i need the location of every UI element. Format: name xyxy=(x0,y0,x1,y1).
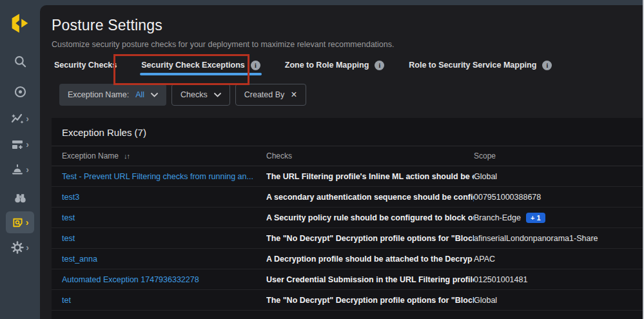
chevron-right-icon: › xyxy=(26,243,29,252)
scope-cell: 012501001481 xyxy=(474,275,643,284)
tab-zone-to-role-mapping[interactable]: Zone to Role Mapping i xyxy=(282,53,387,77)
brand-logo-icon xyxy=(8,12,32,35)
table-row: test_anna A Decryption profile should be… xyxy=(52,249,643,269)
filter-label: Created By xyxy=(244,90,285,99)
app-window: › › › xyxy=(0,0,644,319)
table-row: Test - Prevent URL Filtering checks from… xyxy=(52,166,643,187)
sidebar-nav: › › › xyxy=(0,0,40,319)
exception-name-link[interactable]: test3 xyxy=(62,193,266,202)
exception-name-link[interactable]: test_anna xyxy=(62,255,266,264)
target-icon xyxy=(14,85,27,99)
chevron-right-icon: › xyxy=(26,165,29,174)
siren-icon xyxy=(11,163,24,176)
column-header-scope: Scope xyxy=(474,151,643,160)
column-header-exception-name[interactable]: Exception Name ↓↑ xyxy=(62,151,266,160)
sidebar-item-settings[interactable]: › xyxy=(0,241,40,254)
scope-cell: Global xyxy=(474,296,643,305)
clear-filter-icon[interactable]: × xyxy=(291,90,297,100)
table-header-row: Exception Name ↓↑ Checks Scope xyxy=(52,146,643,166)
info-icon[interactable]: i xyxy=(542,61,552,70)
table-title: Exception Rules (7) xyxy=(52,118,643,146)
brand-logo[interactable] xyxy=(0,12,40,35)
scope-cell: afinserialLondonpanorama1-Share xyxy=(474,234,643,243)
exception-name-link[interactable]: tet xyxy=(62,296,266,305)
filter-bar: Exception Name: All Checks Created By × xyxy=(59,84,643,106)
filter-label: Checks xyxy=(181,90,208,99)
chevron-right-icon: › xyxy=(26,140,29,149)
board-add-icon xyxy=(11,138,24,151)
gear-icon xyxy=(11,241,24,254)
sidebar-item-workflows[interactable]: › xyxy=(0,138,40,151)
exception-name-link[interactable]: Test - Prevent URL Filtering checks from… xyxy=(62,172,266,181)
check-text: The "No Decrypt" Decryption profile opti… xyxy=(266,234,474,243)
table-row: Automated Exception 1747936332278 User C… xyxy=(52,269,643,290)
created-by-filter[interactable]: Created By × xyxy=(235,84,306,106)
scope-cell: 007951000388678 xyxy=(474,193,643,202)
page-subtitle: Customize security posture checks for yo… xyxy=(52,40,631,49)
sidebar-item-activity-insights[interactable]: › xyxy=(0,112,40,125)
tab-label: Security Check Exceptions xyxy=(141,61,244,70)
tab-role-to-security-service-mapping[interactable]: Role to Security Service Mapping i xyxy=(406,53,554,77)
main-content: Posture Settings Customize security post… xyxy=(40,5,643,319)
sidebar-item-posture-selected[interactable]: › xyxy=(6,211,34,233)
filter-value: All xyxy=(135,90,144,99)
tab-label: Security Checks xyxy=(54,61,117,70)
scope-cell: Branch-Edge + 1 xyxy=(474,213,643,223)
check-text: The URL Filtering profile's Inline ML ac… xyxy=(266,172,474,181)
sort-icon[interactable]: ↓↑ xyxy=(124,152,130,160)
posture-shield-icon xyxy=(12,217,24,229)
info-icon[interactable]: i xyxy=(375,61,384,70)
table-row: test3 A secondary authentication sequenc… xyxy=(52,187,643,208)
filter-label: Exception Name: xyxy=(68,90,129,99)
chevron-right-icon: › xyxy=(26,114,29,123)
scope-count-badge[interactable]: + 1 xyxy=(526,213,545,223)
check-text: A Security policy rule should be configu… xyxy=(266,213,474,222)
info-icon[interactable]: i xyxy=(251,61,260,70)
chevron-down-icon xyxy=(214,93,221,97)
table-row: test The "No Decrypt" Decryption profile… xyxy=(52,228,643,249)
sidebar-item-search[interactable] xyxy=(0,55,40,68)
exception-name-link[interactable]: Automated Exception 1747936332278 xyxy=(62,275,266,284)
binoculars-icon xyxy=(14,191,27,204)
scope-cell: Global xyxy=(474,172,643,181)
exception-name-link[interactable]: test xyxy=(62,213,266,222)
sidebar-item-command-center[interactable] xyxy=(0,85,40,99)
exception-name-filter[interactable]: Exception Name: All xyxy=(59,84,166,106)
page-header: Posture Settings Customize security post… xyxy=(40,5,643,49)
table-row: tet The "No Decrypt" Decryption profile … xyxy=(52,290,643,311)
page-title: Posture Settings xyxy=(52,17,631,34)
tab-label: Role to Security Service Mapping xyxy=(409,61,536,70)
search-icon xyxy=(14,55,27,68)
exception-name-link[interactable]: test xyxy=(62,234,266,243)
activity-sparkline-icon xyxy=(11,112,24,125)
check-text: The "No Decrypt" Decryption profile opti… xyxy=(266,296,474,305)
chevron-down-icon xyxy=(151,93,158,97)
tab-security-checks[interactable]: Security Checks xyxy=(52,53,119,77)
column-header-checks: Checks xyxy=(266,151,474,160)
tab-security-check-exceptions[interactable]: Security Check Exceptions i xyxy=(139,53,262,77)
check-text: A secondary authentication sequence shou… xyxy=(266,193,474,202)
chevron-right-icon: › xyxy=(26,218,29,227)
sidebar-item-alerts[interactable]: › xyxy=(0,163,40,176)
sidebar-item-explore[interactable] xyxy=(0,191,40,204)
tab-label: Zone to Role Mapping xyxy=(285,61,369,70)
exception-rules-panel: Exception Rules (7) Exception Name ↓↑ Ch… xyxy=(52,118,643,319)
check-text: User Credential Submission in the URL Fi… xyxy=(266,275,474,284)
table-row: test A Security policy rule should be co… xyxy=(52,208,643,228)
check-text: A Decryption profile should be attached … xyxy=(266,255,474,264)
checks-filter[interactable]: Checks xyxy=(171,84,230,106)
scope-cell: APAC xyxy=(474,255,643,264)
tab-bar: Security Checks Security Check Exception… xyxy=(40,52,643,78)
